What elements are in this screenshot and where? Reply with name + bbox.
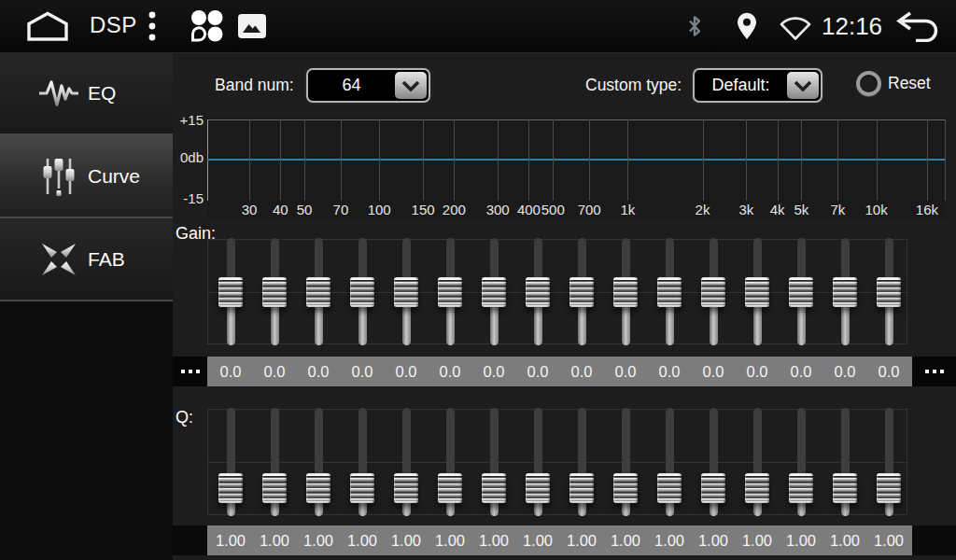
overflow-menu-icon[interactable] <box>146 10 159 42</box>
gain-slider-handle[interactable] <box>306 277 330 307</box>
q-slider-handle[interactable] <box>218 473 243 503</box>
gain-slider <box>655 238 683 345</box>
gain-slider-handle[interactable] <box>613 277 638 307</box>
custom-type-select[interactable]: Default: <box>693 68 822 103</box>
location-icon <box>736 12 758 40</box>
freq-gridline <box>280 119 281 201</box>
gain-slider-handle[interactable] <box>657 277 682 307</box>
gain-slider <box>875 238 903 345</box>
q-slider-handle[interactable] <box>833 473 857 503</box>
sidebar-item-eq[interactable]: EQ <box>0 52 173 135</box>
gain-slider <box>304 238 332 345</box>
q-slider-handle[interactable] <box>482 473 506 503</box>
gain-slider <box>392 238 420 345</box>
gain-slider-handle[interactable] <box>833 277 857 307</box>
gain-slider-handle[interactable] <box>438 277 462 307</box>
gain-slider-handle[interactable] <box>877 277 901 307</box>
q-slider-handle[interactable] <box>350 473 374 503</box>
q-slider-handle[interactable] <box>789 473 813 503</box>
freq-gridline <box>379 119 380 201</box>
q-slider-handle[interactable] <box>438 473 462 503</box>
q-slider <box>217 408 245 516</box>
freq-tick-label: 700 <box>569 202 610 217</box>
q-slider <box>655 408 683 516</box>
freq-gridline <box>589 119 590 201</box>
sidebar: EQ Curve <box>0 52 173 560</box>
q-slider <box>524 408 552 516</box>
chevron-down-icon[interactable] <box>395 72 427 99</box>
q-slider-handle[interactable] <box>877 473 901 503</box>
freq-tick-label: 5k <box>780 202 822 217</box>
gain-slider-handle[interactable] <box>526 277 550 307</box>
q-slider-handle[interactable] <box>745 473 769 503</box>
back-icon[interactable] <box>894 10 943 42</box>
q-value: 1.00 <box>560 525 603 555</box>
sidebar-item-fab[interactable]: FAB <box>0 218 173 301</box>
band-num-select[interactable]: 64 <box>306 68 430 103</box>
graph-top-border <box>207 119 946 120</box>
gain-slider <box>831 238 859 345</box>
gain-next-bands-button[interactable] <box>912 357 956 386</box>
freq-tick-label: 100 <box>358 202 400 217</box>
gain-prev-bands-button[interactable] <box>173 357 207 386</box>
apps-clover-icon[interactable] <box>189 8 224 44</box>
q-values-strip: 1.001.001.001.001.001.001.001.001.001.00… <box>207 525 912 555</box>
gain-slider-handle[interactable] <box>482 277 506 307</box>
gain-value: 0.0 <box>209 357 252 386</box>
slider-area-edge <box>907 408 907 514</box>
freq-tick-label: 50 <box>284 202 325 217</box>
freq-gridline <box>498 119 499 201</box>
gain-value: 0.0 <box>341 357 384 386</box>
freq-gridline <box>249 119 250 201</box>
freq-tick-label: 500 <box>532 202 573 217</box>
q-section-label: Q: <box>176 408 193 427</box>
fader-arrows-icon <box>37 241 80 278</box>
gain-slider <box>568 238 596 345</box>
q-slider-handle[interactable] <box>613 473 638 503</box>
q-slider-handle[interactable] <box>526 473 550 503</box>
gain-slider-handle[interactable] <box>745 277 769 307</box>
gain-slider-handle[interactable] <box>350 277 374 307</box>
q-slider <box>875 408 903 516</box>
sidebar-item-label: EQ <box>88 82 116 105</box>
q-value: 1.00 <box>736 525 779 555</box>
q-value: 1.00 <box>209 525 252 555</box>
q-slider <box>831 408 859 516</box>
gain-value: 0.0 <box>648 357 691 386</box>
gain-value: 0.0 <box>472 357 515 386</box>
q-slider-handle[interactable] <box>701 473 725 503</box>
chevron-down-icon[interactable] <box>787 72 819 99</box>
reset-radio[interactable] <box>856 71 881 96</box>
response-curve-line <box>207 159 946 161</box>
freq-gridline <box>703 119 704 201</box>
q-value: 1.00 <box>867 525 910 555</box>
gain-slider-handle[interactable] <box>701 277 725 307</box>
gain-slider-handle[interactable] <box>262 277 287 307</box>
q-slider-handle[interactable] <box>657 473 682 503</box>
q-value: 1.00 <box>297 525 340 555</box>
q-slider-handle[interactable] <box>394 473 418 503</box>
gain-slider <box>260 238 288 345</box>
gain-values-strip: 0.00.00.00.00.00.00.00.00.00.00.00.00.00… <box>207 357 912 386</box>
slider-area-edge <box>207 408 208 514</box>
q-slider <box>260 408 288 516</box>
gain-slider-handle[interactable] <box>394 277 418 307</box>
sidebar-item-curve[interactable]: Curve <box>0 135 173 218</box>
gain-slider <box>217 238 245 345</box>
gain-slider <box>743 238 771 345</box>
gain-slider <box>480 238 508 345</box>
gallery-icon[interactable] <box>237 13 267 39</box>
reset-label[interactable]: Reset <box>888 74 931 93</box>
gain-slider-handle[interactable] <box>789 277 813 307</box>
app-title: DSP <box>90 12 137 38</box>
gain-slider-handle[interactable] <box>218 277 243 307</box>
q-slider-handle[interactable] <box>306 473 330 503</box>
gain-slider <box>348 238 376 345</box>
freq-tick-label: 2k <box>682 202 724 217</box>
freq-gridline <box>746 119 747 201</box>
gain-slider-handle[interactable] <box>569 277 594 307</box>
gain-value: 0.0 <box>516 357 559 386</box>
q-slider-handle[interactable] <box>262 473 287 503</box>
q-slider-handle[interactable] <box>569 473 594 503</box>
home-icon[interactable] <box>24 10 71 42</box>
